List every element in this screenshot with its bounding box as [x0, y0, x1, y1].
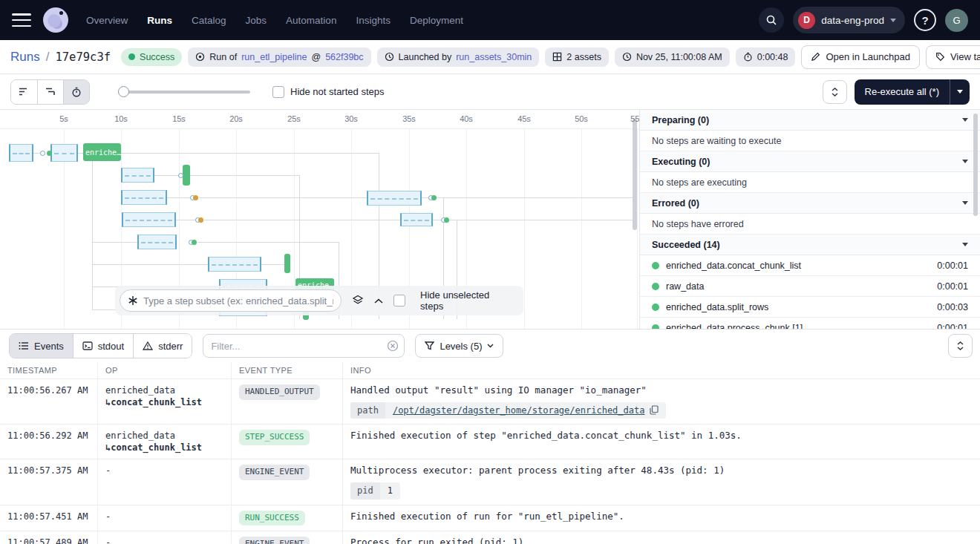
toolbar-right: Re-execute all (*) — [823, 79, 970, 105]
gantt-step-dot[interactable] — [47, 151, 52, 156]
step-name: enriched_data.split_rows — [666, 302, 768, 312]
gantt-step-box[interactable] — [400, 213, 433, 226]
log-timestamp: 11:00:56.292 AM — [0, 425, 98, 459]
view-tags-config-button[interactable]: View tags and config — [926, 45, 980, 69]
path-link[interactable]: /opt/dagster/dagster_home/storage/enrich… — [393, 404, 645, 416]
tab-stderr[interactable]: stderr — [133, 334, 192, 358]
status-badge: Success — [121, 48, 182, 66]
gantt-step-box[interactable] — [121, 168, 154, 183]
log-row[interactable]: 11:00:57.375 AM - ENGINE_EVENT Multiproc… — [0, 459, 980, 504]
commit-link[interactable]: 562f39bc — [325, 52, 363, 62]
gantt-step-box[interactable] — [137, 235, 177, 249]
section-executing[interactable]: Executing (0) — [640, 151, 980, 172]
dagster-logo[interactable] — [43, 7, 68, 33]
nav-item-runs[interactable]: Runs — [147, 15, 172, 26]
tag-icon — [935, 52, 945, 62]
expand-collapse-button[interactable] — [823, 80, 847, 104]
hide-not-started-checkbox[interactable] — [272, 86, 284, 98]
step-subset-input[interactable] — [143, 295, 333, 307]
layers-icon[interactable] — [352, 295, 364, 307]
zoom-slider[interactable] — [118, 86, 250, 98]
levels-dropdown[interactable]: Levels (5) — [415, 334, 503, 358]
gantt-step-dot[interactable] — [192, 240, 197, 245]
section-errored[interactable]: Errored (0) — [640, 193, 980, 214]
log-op: - — [98, 531, 232, 544]
log-row[interactable]: 11:00:57.451 AM - RUN_SUCCESS Finished e… — [0, 505, 980, 531]
log-timestamp: 11:00:57.451 AM — [0, 505, 98, 531]
gantt-axis-tick: 30s — [341, 114, 362, 123]
reexecute-caret-button[interactable] — [950, 79, 970, 105]
section-preparing[interactable]: Preparing (0) — [640, 110, 980, 131]
log-row[interactable]: 11:00:56.292 AM enriched_data↳concat_chu… — [0, 424, 980, 459]
workspace-switcher[interactable]: D data-eng-prod — [793, 7, 905, 33]
help-button[interactable]: ? — [914, 9, 936, 31]
nav-item-deployment[interactable]: Deployment — [410, 15, 463, 26]
log-row[interactable]: 11:00:56.267 AM enriched_data↳concat_chu… — [0, 378, 980, 424]
reexecute-split-button: Re-execute all (*) — [855, 79, 970, 105]
log-scroll-button[interactable] — [948, 334, 973, 358]
job-name-link[interactable]: run_etl_pipeline — [241, 52, 307, 62]
gantt-axis-tick: 25s — [284, 114, 304, 123]
gantt-step-dot[interactable] — [198, 217, 203, 223]
log-row[interactable]: 11:00:57.489 AM - ENGINE_EVENT Process f… — [0, 531, 980, 544]
gantt-step-dot[interactable] — [444, 217, 449, 223]
clear-filter-icon[interactable] — [387, 340, 399, 352]
log-timestamp: 11:00:57.489 AM — [0, 531, 98, 544]
search-button[interactable] — [759, 7, 784, 33]
nav-item-insights[interactable]: Insights — [356, 15, 391, 26]
slider-knob[interactable] — [118, 86, 129, 97]
gantt-chart[interactable]: 5s10s15s20s25s30s35s40s45s50s55senriche…… — [0, 110, 640, 329]
user-avatar[interactable]: G — [945, 9, 968, 32]
nav-item-automation[interactable]: Automation — [286, 15, 336, 26]
schedule-link[interactable]: run_assets_30min — [456, 52, 532, 62]
warning-icon — [143, 341, 153, 350]
metadata-key: path — [350, 402, 385, 419]
gantt-dot-ring-icon — [40, 151, 45, 156]
tab-stdout-label: stdout — [98, 341, 124, 352]
nav-item-jobs[interactable]: Jobs — [246, 15, 267, 26]
view-waterfall-button[interactable] — [37, 80, 63, 104]
gantt-step-box[interactable] — [9, 144, 33, 162]
tag-run-of[interactable]: Run of run_etl_pipeline @ 562f39bc — [188, 47, 370, 67]
open-in-launchpad-button[interactable]: Open in Launchpad — [801, 45, 919, 69]
steps-panel-scrollbar[interactable] — [973, 114, 978, 216]
chevron-up-icon — [957, 341, 964, 345]
gantt-gridline — [581, 129, 582, 329]
gantt-step-box[interactable] — [121, 190, 167, 205]
breadcrumb-runs-link[interactable]: Runs — [10, 50, 40, 65]
tag-launched-by[interactable]: Launched by run_assets_30min — [377, 47, 540, 67]
chevron-up-icon[interactable] — [374, 298, 383, 304]
gantt-connector-line — [437, 197, 443, 198]
hide-unselected-checkbox[interactable] — [393, 295, 405, 307]
gantt-step-box[interactable] — [367, 191, 422, 206]
step-row[interactable]: raw_data 0:00:01 — [640, 276, 980, 297]
gantt-step-label[interactable]: enriche… — [83, 143, 121, 161]
run-datetime: Nov 25, 11:00:08 AM — [636, 52, 722, 62]
log-filter-input[interactable] — [203, 334, 405, 358]
step-row[interactable]: enriched_data.split_rows 0:00:03 — [640, 297, 980, 318]
tag-assets[interactable]: 2 assets — [545, 47, 609, 67]
tag-duration[interactable]: 0:00:48 — [736, 47, 796, 67]
log-info: Process for run exited (pid: 1). — [343, 531, 980, 544]
tab-stdout[interactable]: stdout — [73, 334, 133, 358]
nav-item-overview[interactable]: Overview — [86, 15, 128, 26]
step-row[interactable]: enriched_data.process_chunk [1] 0:00:01 — [640, 318, 980, 329]
view-flat-button[interactable] — [11, 80, 37, 104]
nav-item-catalog[interactable]: Catalog — [192, 15, 226, 26]
gantt-step-bar[interactable] — [183, 165, 190, 186]
gantt-step-bar[interactable] — [284, 254, 290, 273]
gantt-step-dot[interactable] — [431, 195, 437, 200]
section-succeeded[interactable]: Succeeded (14) — [640, 235, 980, 255]
log-info: Handled output "result" using IO manager… — [343, 379, 980, 424]
reexecute-all-button[interactable]: Re-execute all (*) — [855, 79, 950, 105]
gantt-step-box[interactable] — [208, 257, 261, 272]
step-row[interactable]: enriched_data.concat_chunk_list 0:00:01 — [640, 255, 980, 276]
tag-datetime[interactable]: Nov 25, 11:00:08 AM — [615, 47, 730, 67]
gantt-step-box[interactable] — [50, 144, 78, 162]
gantt-step-box[interactable] — [122, 212, 176, 227]
tab-events[interactable]: Events — [10, 334, 73, 358]
copy-icon[interactable] — [650, 405, 659, 415]
gantt-step-dot[interactable] — [193, 195, 198, 200]
hamburger-menu-icon[interactable] — [12, 13, 31, 27]
view-timed-button[interactable] — [63, 80, 89, 104]
